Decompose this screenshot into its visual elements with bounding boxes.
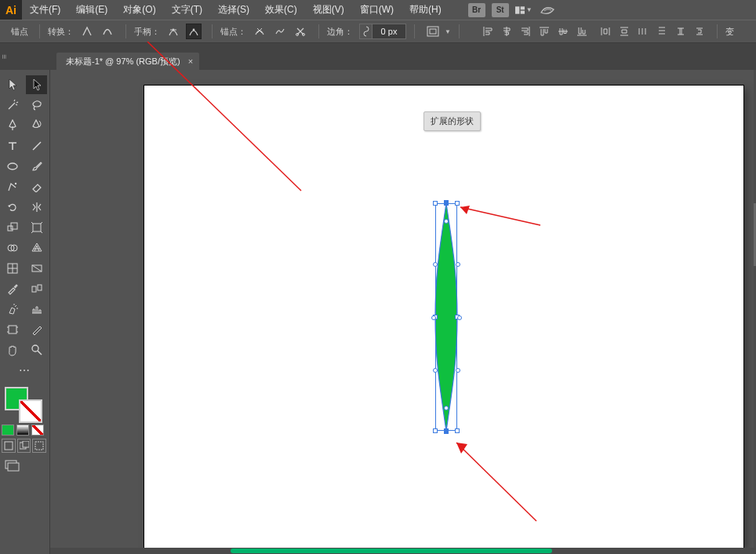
svg-line-28: [147, 42, 301, 191]
bbox-handle-bl[interactable]: [433, 428, 438, 433]
selection-tool[interactable]: [2, 75, 23, 94]
eraser-tool[interactable]: [26, 177, 47, 196]
bbox-handle-br[interactable]: [455, 428, 460, 433]
draw-inside-button[interactable]: [32, 439, 46, 453]
distribute-h-button[interactable]: [598, 24, 612, 39]
menu-edit[interactable]: 编辑(E): [68, 0, 115, 20]
symbol-sprayer-tool[interactable]: [2, 300, 23, 319]
shape-builder-tool[interactable]: [2, 239, 23, 257]
remove-anchor-button[interactable]: [252, 24, 267, 39]
anchor-point[interactable]: [444, 406, 449, 410]
selection-bounding-box[interactable]: [435, 203, 457, 431]
direct-selection-tool[interactable]: [26, 75, 47, 94]
stroke-color-swatch[interactable]: [19, 399, 42, 423]
menu-help[interactable]: 帮助(H): [402, 0, 449, 20]
edit-toolbar-button[interactable]: ⋯: [2, 361, 47, 380]
eyedropper-icon: [6, 282, 19, 295]
menu-type[interactable]: 文字(T): [164, 0, 210, 20]
horizontal-scrollbar[interactable]: [50, 548, 756, 554]
corner-radius-input[interactable]: [373, 24, 405, 38]
menu-object[interactable]: 对象(O): [115, 0, 163, 20]
stock-button[interactable]: St: [492, 3, 509, 17]
anchor-point[interactable]: [431, 315, 436, 320]
anchor-point[interactable]: [456, 262, 460, 267]
slice-tool[interactable]: [26, 320, 47, 339]
link-corners-icon[interactable]: [360, 24, 373, 38]
menu-select[interactable]: 选择(S): [210, 0, 257, 20]
distribute-vspacing-button[interactable]: [655, 24, 669, 39]
show-handles-button[interactable]: [165, 24, 181, 39]
distribute-bottom-button[interactable]: [692, 24, 707, 39]
gpu-preview-button[interactable]: [539, 3, 556, 17]
anchor-point[interactable]: [444, 219, 449, 224]
cut-path-button[interactable]: [293, 24, 308, 39]
arrange-documents-button[interactable]: ▼: [515, 3, 532, 17]
gradient-tool[interactable]: [26, 259, 47, 278]
anchor-point[interactable]: [456, 368, 460, 373]
hand-tool[interactable]: [2, 341, 23, 359]
convert-smooth-button[interactable]: [100, 24, 115, 39]
color-mode-gradient[interactable]: [16, 425, 29, 436]
artboard-tool[interactable]: [2, 320, 23, 339]
draw-normal-button[interactable]: [2, 439, 16, 453]
anchor-point[interactable]: [433, 368, 438, 373]
menu-view[interactable]: 视图(V): [305, 0, 352, 20]
panel-toggle-button[interactable]: [0, 43, 9, 70]
align-left-button[interactable]: [481, 24, 495, 39]
convert-corner-button[interactable]: [79, 24, 95, 39]
zoom-tool[interactable]: [26, 341, 47, 359]
bridge-button[interactable]: Br: [468, 3, 485, 17]
rotate-tool[interactable]: [2, 198, 23, 217]
hide-handles-button[interactable]: [186, 24, 202, 39]
shaper-tool[interactable]: [2, 177, 23, 196]
fill-stroke-swatch[interactable]: [2, 385, 47, 421]
magic-wand-tool[interactable]: [2, 96, 23, 115]
connect-anchor-button[interactable]: [272, 24, 288, 39]
pen-tool[interactable]: [2, 116, 23, 135]
line-segment-tool[interactable]: [26, 137, 47, 155]
column-graph-tool[interactable]: [26, 300, 47, 319]
slice-icon: [31, 323, 43, 336]
paintbrush-tool[interactable]: [26, 157, 47, 176]
horizontal-scrollbar-thumb[interactable]: [231, 549, 552, 553]
corner-radius-field[interactable]: [359, 24, 406, 39]
curvature-icon: [31, 119, 43, 132]
anchor-point[interactable]: [444, 200, 449, 205]
reflect-tool[interactable]: [26, 198, 47, 217]
draw-normal-icon: [4, 441, 13, 450]
menu-file[interactable]: 文件(F): [22, 0, 68, 20]
menu-effect[interactable]: 效果(C): [257, 0, 305, 20]
lasso-tool[interactable]: [26, 96, 47, 115]
align-vcenter-button[interactable]: [556, 24, 570, 39]
align-left-icon: [482, 26, 493, 37]
distribute-hspacing-button[interactable]: [636, 24, 650, 39]
mesh-tool[interactable]: [2, 259, 23, 278]
anchor-point[interactable]: [433, 262, 438, 267]
gpu-preview-icon: [540, 5, 555, 16]
distribute-top-button[interactable]: [674, 24, 688, 39]
color-mode-fill[interactable]: [2, 425, 14, 436]
bbox-handle-tl[interactable]: [433, 201, 438, 206]
ellipse-tool[interactable]: [2, 157, 23, 176]
isolate-button[interactable]: [425, 24, 441, 39]
align-bottom-button[interactable]: [575, 24, 589, 39]
eyedropper-tool[interactable]: [2, 279, 23, 298]
align-hcenter-button[interactable]: [500, 24, 514, 39]
curvature-tool[interactable]: [26, 116, 47, 135]
scale-tool[interactable]: [2, 218, 23, 237]
anchor-point[interactable]: [457, 315, 462, 320]
free-transform-tool[interactable]: [26, 218, 47, 237]
anchor-point[interactable]: [444, 429, 449, 434]
color-mode-none[interactable]: [31, 425, 44, 436]
type-tool[interactable]: [2, 137, 23, 155]
distribute-v-button[interactable]: [617, 24, 631, 39]
canvas-area[interactable]: 扩展的形状: [50, 70, 756, 554]
align-top-button[interactable]: [537, 24, 551, 39]
menu-window[interactable]: 窗口(W): [352, 0, 402, 20]
screen-mode-button[interactable]: [2, 457, 24, 473]
artboard[interactable]: 扩展的形状: [144, 86, 743, 549]
blend-tool[interactable]: [26, 279, 47, 298]
perspective-grid-tool[interactable]: [26, 239, 47, 257]
draw-behind-button[interactable]: [17, 439, 31, 453]
align-right-button[interactable]: [518, 24, 532, 39]
